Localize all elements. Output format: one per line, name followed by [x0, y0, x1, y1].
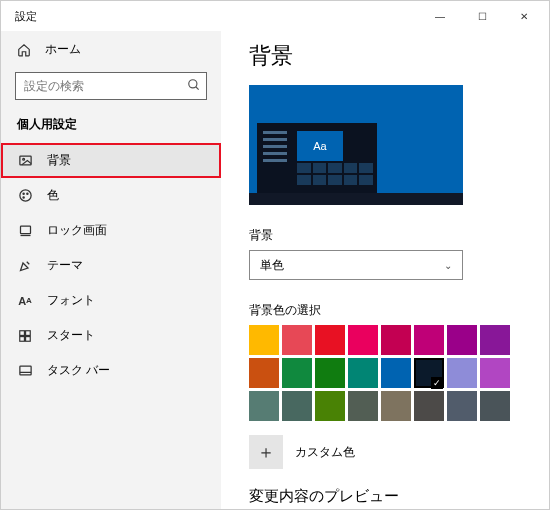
close-button[interactable]: ✕ [503, 2, 545, 30]
home-label: ホーム [45, 41, 81, 58]
sidebar-item-label: フォント [47, 292, 95, 309]
plus-icon: ＋ [257, 440, 275, 464]
search-input[interactable] [15, 72, 207, 100]
color-swatch[interactable] [381, 325, 411, 355]
taskbar-icon [17, 363, 33, 379]
sidebar-item-label: スタート [47, 327, 95, 344]
color-swatch[interactable] [315, 358, 345, 388]
search-icon [187, 78, 201, 92]
color-swatch[interactable] [414, 391, 444, 421]
lock-icon [17, 223, 33, 239]
sidebar-item-color[interactable]: 色 [1, 178, 221, 213]
svg-point-5 [23, 193, 24, 194]
color-swatch[interactable] [315, 325, 345, 355]
sidebar-item-lockscreen[interactable]: ロック画面 [1, 213, 221, 248]
color-swatch[interactable] [447, 391, 477, 421]
sidebar-item-taskbar[interactable]: タスク バー [1, 353, 221, 388]
color-swatch[interactable] [381, 391, 411, 421]
maximize-button[interactable]: ☐ [461, 2, 503, 30]
svg-rect-2 [19, 156, 30, 165]
preview-changes-heading: 変更内容のプレビュー [249, 487, 529, 506]
color-swatch[interactable] [414, 325, 444, 355]
color-swatch[interactable] [249, 391, 279, 421]
home-link[interactable]: ホーム [1, 31, 221, 68]
search-box[interactable] [15, 72, 207, 100]
window-title: 設定 [15, 9, 419, 24]
sidebar-item-start[interactable]: スタート [1, 318, 221, 353]
sidebar-item-label: テーマ [47, 257, 83, 274]
desktop-preview: Aa [249, 85, 463, 205]
color-swatches [249, 325, 510, 421]
sidebar-item-label: 色 [47, 187, 59, 204]
color-swatch[interactable] [447, 325, 477, 355]
sidebar-item-label: 背景 [47, 152, 71, 169]
page-title: 背景 [249, 41, 529, 71]
color-swatch[interactable] [480, 325, 510, 355]
color-swatch[interactable] [315, 391, 345, 421]
palette-icon [17, 188, 33, 204]
start-icon [17, 328, 33, 344]
color-swatch[interactable] [249, 358, 279, 388]
select-value: 単色 [260, 257, 284, 274]
sidebar: ホーム 個人用設定 背景 色 [1, 31, 221, 509]
color-swatch[interactable] [414, 358, 444, 388]
svg-line-1 [196, 87, 199, 90]
color-swatch[interactable] [249, 325, 279, 355]
color-swatch[interactable] [348, 358, 378, 388]
color-swatch[interactable] [282, 391, 312, 421]
font-icon: AA [17, 293, 33, 309]
background-mode-select[interactable]: 単色 ⌄ [249, 250, 463, 280]
minimize-button[interactable]: — [419, 2, 461, 30]
sidebar-item-label: ロック画面 [47, 222, 107, 239]
picture-icon [17, 153, 33, 169]
svg-rect-13 [19, 366, 30, 375]
svg-point-3 [22, 158, 24, 160]
color-swatch[interactable] [282, 325, 312, 355]
svg-rect-12 [26, 336, 31, 341]
chevron-down-icon: ⌄ [444, 260, 452, 271]
sidebar-item-label: タスク バー [47, 362, 110, 379]
section-title: 個人用設定 [1, 112, 221, 143]
sidebar-item-background[interactable]: 背景 [1, 143, 221, 178]
home-icon [17, 43, 31, 57]
svg-point-4 [19, 190, 30, 201]
color-swatch[interactable] [381, 358, 411, 388]
svg-point-0 [189, 80, 197, 88]
color-swatch[interactable] [480, 358, 510, 388]
color-swatch[interactable] [480, 391, 510, 421]
color-swatch[interactable] [348, 391, 378, 421]
background-mode-label: 背景 [249, 227, 529, 244]
color-swatch[interactable] [348, 325, 378, 355]
sidebar-item-theme[interactable]: テーマ [1, 248, 221, 283]
svg-rect-9 [20, 330, 25, 335]
svg-point-6 [26, 193, 27, 194]
svg-rect-10 [26, 330, 31, 335]
custom-color-button[interactable]: ＋ [249, 435, 283, 469]
preview-sample-tile: Aa [297, 131, 343, 161]
svg-rect-11 [20, 336, 25, 341]
titlebar: 設定 — ☐ ✕ [1, 1, 549, 31]
main-content: 背景 Aa 背景 単色 ⌄ 背景色の選択 ＋ カスタム色 [221, 31, 549, 509]
custom-color-label: カスタム色 [295, 444, 355, 461]
theme-icon [17, 258, 33, 274]
swatch-label: 背景色の選択 [249, 302, 529, 319]
sidebar-item-font[interactable]: AA フォント [1, 283, 221, 318]
color-swatch[interactable] [282, 358, 312, 388]
color-swatch[interactable] [447, 358, 477, 388]
svg-rect-8 [20, 226, 30, 234]
svg-point-7 [23, 197, 24, 198]
